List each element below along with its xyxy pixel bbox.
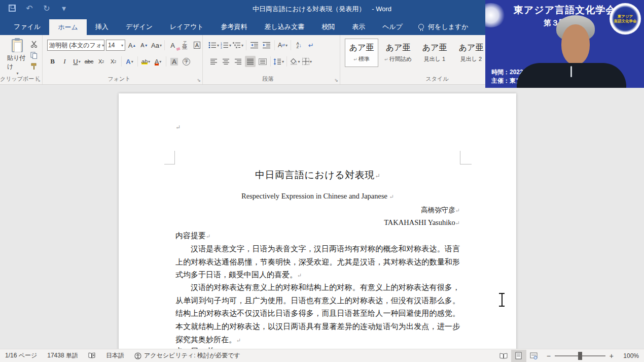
tab-help[interactable]: ヘルプ [374,18,411,35]
style-heading2[interactable]: あア亜 見出し 2 [454,39,488,67]
tab-design[interactable]: デザイン [117,18,161,35]
style-no-spacing[interactable]: あア亜 ↵行間詰め [381,39,415,67]
print-layout-button[interactable] [511,350,526,362]
bold-button[interactable]: B [47,56,58,67]
qat-customize-button[interactable]: ▾ [59,3,69,13]
zoom-slider[interactable] [555,355,605,356]
multilevel-list-button[interactable]: ▾ [233,40,243,51]
clear-formatting-button[interactable]: A [167,40,178,51]
save-button[interactable] [7,3,17,13]
style-normal[interactable]: あア亜 ↵標準 [345,39,378,67]
paragraph-dialog-launcher[interactable]: ⇘ [334,78,338,83]
document-canvas[interactable]: ↵ 中日両言語における対表現↵ Respectively Expression … [0,85,644,349]
tab-mailings[interactable]: 差し込み文書 [256,18,313,35]
bullets-button[interactable]: ▾ [208,40,219,51]
justify-button[interactable] [245,56,256,67]
quick-access-toolbar: ↶ ↻ ▾ [7,3,69,13]
tab-file[interactable]: ファイル [5,18,49,35]
web-layout-button[interactable] [526,350,542,362]
page-indicator[interactable]: 1/16 ページ [0,351,42,360]
font-size-combo[interactable]: 14 ▾ [106,40,125,51]
read-mode-button[interactable] [496,350,511,362]
tab-home[interactable]: ホーム [49,19,87,35]
style-name: 行間詰め [389,55,412,63]
tab-references[interactable]: 参考資料 [212,18,256,35]
margin-crop-mark-right [460,151,472,164]
show-formatting-marks-button[interactable]: ↵ [306,40,316,51]
chevron-down-icon: ▾ [62,4,66,13]
format-painter-button[interactable] [29,62,39,71]
borders-button[interactable]: ▾ [302,56,312,67]
zoom-percentage[interactable]: 100% [618,352,639,359]
decrease-indent-button[interactable] [249,40,260,51]
font-dialog-launcher[interactable]: ⇘ [197,78,201,83]
superscript-button[interactable]: X2 [108,56,119,67]
zoom-slider-thumb[interactable] [578,352,582,360]
shading-button[interactable]: ▾ [290,56,300,67]
undo-button[interactable]: ↶ [24,3,34,13]
increase-indent-button[interactable] [261,40,272,51]
style-sample: あア亜 [459,43,484,53]
styles-group-label: スタイル [402,75,473,83]
font-name-combo[interactable]: 游明朝 (本文のフォ ▾ [47,40,104,51]
align-center-button[interactable] [221,56,231,67]
numbering-button[interactable]: 123 ▾ [221,40,231,51]
bullet-list-icon [208,42,217,49]
character-shading-button[interactable]: A [169,56,180,67]
style-heading1[interactable]: あア亜 見出し 1 [418,39,451,67]
text-effects-button[interactable]: A▾ [124,56,135,67]
distribute-icon [259,58,267,65]
align-left-button[interactable] [208,56,219,67]
superscript-icon: X [111,58,114,64]
change-case-button[interactable]: Aa▾ [151,40,162,51]
subscript-button[interactable]: X2 [96,56,106,67]
shrink-font-button[interactable]: A▼ [139,40,150,51]
chevron-down-icon: ▾ [298,59,300,64]
clipboard-small-buttons [29,40,39,71]
style-name: 標準 [359,55,370,63]
accessibility-icon [134,352,141,359]
chevron-down-icon: ▾ [285,43,288,48]
sort-button[interactable]: AZ↓ [294,40,304,51]
tell-me-search[interactable]: 何をしますか [411,18,469,35]
paint-bucket-icon [290,58,298,65]
accessibility-status[interactable]: アクセシビリティ: 検討が必要です [129,351,245,360]
proofing-status[interactable] [83,352,101,359]
distribute-button[interactable] [257,56,268,67]
strikethrough-button[interactable]: abc [84,56,94,67]
italic-button[interactable]: I [59,56,70,67]
tab-insert[interactable]: 挿入 [87,18,117,35]
word-count[interactable]: 17438 単語 [42,351,83,360]
font-color-button[interactable]: A▾ [153,56,163,67]
tab-layout[interactable]: レイアウト [161,18,212,35]
clipboard-icon [12,39,23,52]
document-page[interactable]: ↵ 中日両言語における対表現↵ Respectively Expression … [119,93,516,349]
asian-layout-button[interactable]: A⇄▾ [277,40,288,51]
cut-button[interactable] [29,40,39,48]
character-border-button[interactable]: A [192,40,202,51]
phonetic-guide-button[interactable]: ア亜 [180,40,190,51]
format-painter-icon [30,63,38,70]
language-indicator[interactable]: 日本語 [101,351,129,360]
highlight-button[interactable]: ab▾ [140,56,151,67]
zoom-in-button[interactable]: + [610,352,614,360]
redo-button[interactable]: ↻ [42,3,52,13]
copy-button[interactable] [29,51,39,59]
line-spacing-button[interactable]: ▾ [273,56,284,67]
clipboard-dialog-launcher[interactable]: ⇘ [37,78,41,83]
zoom-out-button[interactable]: − [547,352,551,360]
font-group: 游明朝 (本文のフォ ▾ 14 ▾ A▲ A▼ Aa▾ A ア亜 A B I U… [43,35,203,84]
paste-button[interactable]: 貼り付け ▾ [7,39,27,76]
tab-view[interactable]: 表示 [343,18,374,35]
align-right-button[interactable] [233,56,243,67]
document-title: 中日両言語における対表現↵ [175,169,460,182]
grow-font-button[interactable]: A▲ [127,40,137,51]
tab-review[interactable]: 校閲 [313,18,343,35]
zoom-controls: − + 100% [542,352,644,360]
increase-indent-icon [263,42,271,49]
enclose-characters-button[interactable]: 字 [181,56,192,67]
underline-button[interactable]: U▾ [71,56,82,67]
align-left-icon [210,58,218,65]
save-icon [9,5,16,12]
font-size-value: 14 [108,42,115,49]
